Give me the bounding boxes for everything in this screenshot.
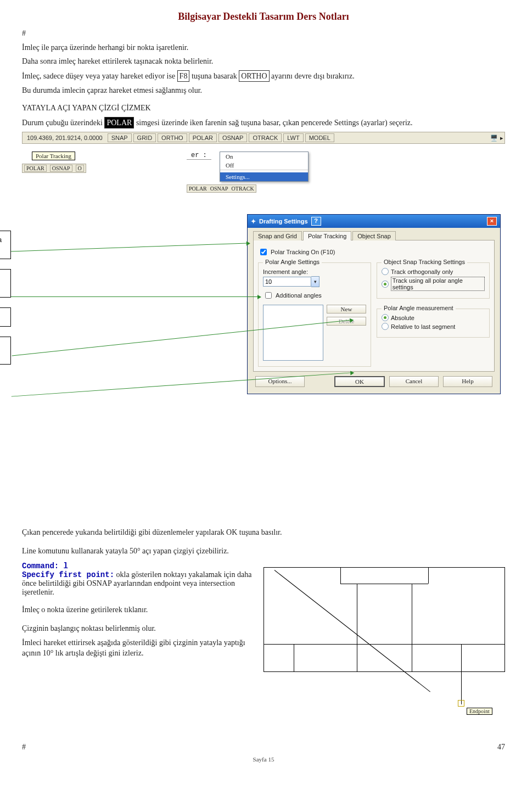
para-9: İmleç o nokta üzerine getirilerek tıklan… <box>22 604 253 615</box>
endpoint-tooltip: Endpoint <box>467 708 492 715</box>
para-1: İmleç ile parça üzerinde herhangi bir no… <box>22 42 505 53</box>
tab-object-snap[interactable]: Object Snap <box>352 231 396 240</box>
key-ortho: ORTHO <box>239 70 269 82</box>
note-3: Tüm açı değerlerinin izlenmesini sağlar. <box>0 307 11 327</box>
para-5: Durum çubuğu üzerindeki POLAR simgesi üz… <box>22 117 505 129</box>
status-snap[interactable]: SNAP <box>108 133 132 142</box>
fragment-area: Polar Tracking POLAR OSNAP O er : On Off… <box>22 152 505 212</box>
tab-row: Snap and Grid Polar Tracking Object Snap <box>253 231 495 240</box>
polar-angle-legend: Polar Angle Settings <box>263 259 322 265</box>
dialog-titlebar[interactable]: ✦ Drafting Settings ? × <box>248 215 500 228</box>
help-button[interactable]: Help <box>443 376 492 387</box>
radio-track-orthogonal[interactable]: Track orthogonally only <box>382 268 485 275</box>
tray-chevron-icon[interactable]: ▸ <box>500 135 503 142</box>
cancel-button[interactable]: Cancel <box>389 376 439 387</box>
note-2: Oku kullanarak açıların artış miktarları… <box>0 269 11 298</box>
key-polar: POLAR <box>104 117 134 129</box>
arrow-2 <box>11 296 258 297</box>
radio-relative[interactable]: Relative to last segment <box>382 323 485 330</box>
cmd-line-1: Command: l <box>22 562 68 570</box>
tab-polar-tracking[interactable]: Polar Tracking <box>303 231 351 240</box>
dialog-icon: ✦ <box>251 218 256 225</box>
polar-angle-fieldset: Polar Angle Settings Increment angle: ▾ … <box>258 262 371 367</box>
hash-1: # <box>22 28 505 39</box>
angle-measurement-fieldset: Polar Angle measurement Absolute Relativ… <box>377 309 490 338</box>
additional-angles-checkbox[interactable]: Additional angles <box>263 290 366 300</box>
footer-hash: # <box>22 743 26 752</box>
menu-off[interactable]: Off <box>220 161 308 170</box>
radio-track-all[interactable]: Track using all polar angle settings <box>382 277 485 291</box>
angles-listbox[interactable] <box>263 305 323 361</box>
footer-page-47: 47 <box>497 743 505 752</box>
osnap-tracking-legend: Object Snap Tracking Settings <box>382 259 467 265</box>
radio-absolute[interactable]: Absolute <box>382 314 485 321</box>
status-fragment-2: POLAR OSNAP OTRACK <box>187 184 256 193</box>
status-bar: 109.4369, 201.9214, 0.0000 SNAP GRID ORT… <box>22 132 505 144</box>
section-heading: YATAYLA AÇI YAPAN ÇİZGİ ÇİZMEK <box>22 103 505 114</box>
status-grid[interactable]: GRID <box>133 133 156 142</box>
para-2: Daha sonra imleç hareket ettirilerek taş… <box>22 56 505 67</box>
status-fragment-1: POLAR OSNAP O <box>22 164 86 173</box>
para-6: Çıkan pencerede yukarıda belirtildiği gi… <box>22 527 505 538</box>
status-lwt[interactable]: LWT <box>283 133 303 142</box>
polar-tracking-tooltip: Polar Tracking <box>32 152 75 160</box>
para-4: Bu durumda imlecin çapraz hareket etmesi… <box>22 85 505 96</box>
status-polar[interactable]: POLAR <box>189 133 217 142</box>
polar-tracking-check-input[interactable] <box>260 249 267 255</box>
autocad-sketch: Endpoint <box>264 562 505 726</box>
menu-settings[interactable]: Settings... <box>220 172 308 181</box>
page-number: Sayfa 15 <box>22 756 505 763</box>
dropdown-arrow-icon[interactable]: ▾ <box>311 276 319 287</box>
status-otrack[interactable]: OTRACK <box>249 133 282 142</box>
drafting-settings-dialog: ✦ Drafting Settings ? × Snap and Grid Po… <box>247 214 501 394</box>
context-menu: On Off Settings... <box>220 152 309 182</box>
increment-label: Increment angle: <box>263 268 366 275</box>
increment-angle-input[interactable] <box>263 277 311 287</box>
osnap-tracking-fieldset: Object Snap Tracking Settings Track orth… <box>377 262 490 299</box>
tray-icon[interactable]: 🖥️ <box>490 135 498 142</box>
para-11: İmleci hareket ettirirsek aşağıda göster… <box>22 637 253 659</box>
tab-snap-grid[interactable]: Snap and Grid <box>253 231 302 240</box>
additional-angles-input[interactable] <box>265 292 272 299</box>
page-title: Bilgisayar Destekli Tasarım Ders Notları <box>22 11 505 23</box>
endpoint-marker-icon <box>458 700 464 707</box>
coord-readout: 109.4369, 201.9214, 0.0000 <box>24 134 106 142</box>
status-model[interactable]: MODEL <box>305 133 334 142</box>
para-3: İmleç, sadece düşey veya yatay hareket e… <box>22 70 505 82</box>
note-1: Açısal İzlemeyi etkinleştirmek için kutu… <box>0 231 11 259</box>
angle-measure-legend: Polar Angle measurement <box>382 305 456 311</box>
menu-on[interactable]: On <box>220 152 308 161</box>
para-10: Çizginin başlangıç noktası belirlenmiş o… <box>22 623 253 634</box>
dialog-title-text: Drafting Settings <box>259 218 308 225</box>
polar-tracking-checkbox[interactable]: Polar Tracking On (F10) <box>258 247 490 257</box>
ok-button[interactable]: OK <box>334 376 385 387</box>
new-button[interactable]: New <box>327 305 366 313</box>
note-4: Açıların yatay çizgiden itibaren ölçülme… <box>0 337 11 365</box>
status-osnap[interactable]: OSNAP <box>218 133 248 142</box>
cmd-line-2: Specify first point: <box>22 570 114 579</box>
status-ortho[interactable]: ORTHO <box>158 133 187 142</box>
para-7: Line komutunu kullanarak yatayla 50° açı… <box>22 546 505 557</box>
er-label: er : <box>187 152 211 160</box>
command-text-block: Command: l Specify first point: okla gös… <box>22 562 253 726</box>
callout-notes: Açısal İzlemeyi etkinleştirmek için kutu… <box>0 231 11 374</box>
help-button-icon[interactable]: ? <box>311 217 321 226</box>
close-icon[interactable]: × <box>487 217 497 226</box>
arrow-1 <box>11 243 247 252</box>
key-f8: F8 <box>177 70 190 82</box>
